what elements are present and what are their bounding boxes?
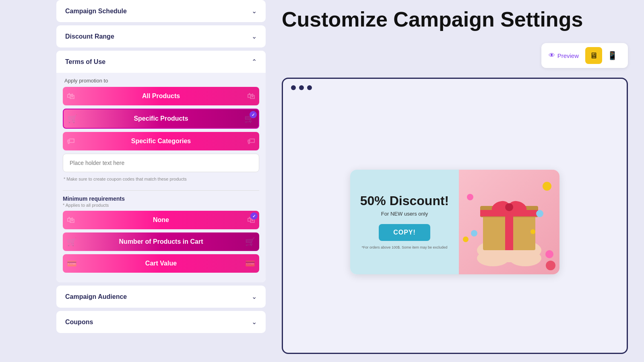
preview-label: 👁 Preview (549, 52, 579, 59)
campaign-schedule-header[interactable]: Campaign Schedule ⌄ (56, 0, 266, 22)
all-products-button[interactable]: 🛍 All Products 🛍 (63, 87, 259, 105)
campaign-schedule-accordion[interactable]: Campaign Schedule ⌄ (56, 0, 266, 22)
page-title: Customize Campaign Settings (282, 8, 628, 31)
campaign-schedule-title: Campaign Schedule (65, 8, 127, 15)
ad-discount-text: 50% Discount! (360, 193, 449, 208)
terms-of-use-content: Apply promotion to 🛍 All Products 🛍 🛒 Sp… (56, 73, 266, 282)
browser-dot-3 (307, 85, 312, 90)
all-products-icon-left: 🛍 (67, 92, 75, 101)
accent-dot (546, 261, 555, 270)
confetti-dot-7 (471, 230, 477, 237)
none-icon-left: 🛍 (67, 216, 75, 225)
confetti-dot-2 (467, 194, 473, 200)
coupons-header[interactable]: Coupons ⌄ (56, 311, 266, 333)
preview-toolbar: 👁 Preview 🖥 📱 (541, 43, 628, 68)
number-of-products-button[interactable]: 🛒 Number of Products in Cart 🛒 (63, 232, 259, 251)
min-req-label: Minimum requirements (63, 195, 259, 202)
terms-of-use-accordion: Terms of Use ⌃ Apply promotion to 🛍 All … (56, 51, 266, 282)
campaign-audience-accordion[interactable]: Campaign Audience ⌄ (56, 286, 266, 308)
campaign-audience-chevron: ⌄ (252, 293, 257, 300)
confetti-dot-5 (545, 250, 553, 258)
coupons-chevron: ⌄ (252, 318, 257, 326)
desktop-preview-button[interactable]: 🖥 (585, 47, 602, 64)
ad-subtitle: For NEW users only (381, 211, 428, 217)
copy-button[interactable]: COPY! (379, 224, 430, 241)
campaign-schedule-chevron: ⌄ (252, 7, 257, 15)
none-button[interactable]: 🛍 None 🛍 ✓ (63, 211, 259, 229)
specific-categories-icon-right: 🏷 (247, 137, 255, 146)
specific-categories-icon-left: 🏷 (67, 137, 75, 146)
campaign-audience-header[interactable]: Campaign Audience ⌄ (56, 286, 266, 308)
ad-card-left: 50% Discount! For NEW users only COPY! *… (350, 170, 459, 274)
confetti-dot-3 (536, 210, 543, 217)
specific-products-button[interactable]: 🛒 Specific Products 🛒 ✓ (63, 109, 259, 129)
product-helper-text: * Make sure to create coupon codes that … (63, 175, 259, 189)
discount-range-chevron: ⌄ (252, 33, 257, 40)
discount-range-title: Discount Range (65, 33, 114, 40)
discount-range-accordion[interactable]: Discount Range ⌄ (56, 25, 266, 47)
svg-point-8 (477, 250, 509, 266)
cart-icon-left: 🛒 (67, 237, 77, 247)
mobile-icon: 📱 (607, 51, 617, 60)
ad-card: 50% Discount! For NEW users only COPY! *… (350, 170, 559, 274)
divider-1 (63, 190, 259, 191)
cart-value-icon-right: 💳 (245, 259, 255, 268)
cart-icon-right: 🛒 (245, 237, 255, 247)
specific-categories-button[interactable]: 🏷 Specific Categories 🏷 (63, 132, 259, 150)
none-check: ✓ (250, 212, 258, 220)
confetti-dot-1 (543, 182, 551, 191)
product-search-input[interactable] (63, 154, 259, 172)
gift-box-svg (465, 170, 553, 274)
mobile-preview-button[interactable]: 📱 (604, 47, 621, 64)
terms-of-use-title: Terms of Use (65, 58, 105, 66)
right-panel: Customize Campaign Settings 👁 Preview 🖥 … (266, 0, 644, 362)
terms-of-use-header[interactable]: Terms of Use ⌃ (56, 51, 266, 73)
terms-of-use-chevron: ⌃ (252, 58, 257, 66)
specific-products-check: ✓ (250, 111, 257, 118)
svg-point-9 (509, 250, 541, 266)
cart-value-icon-left: 💳 (67, 259, 77, 268)
browser-dots (291, 85, 312, 90)
confetti-dot-4 (463, 237, 469, 242)
coupons-title: Coupons (65, 319, 93, 326)
eye-icon: 👁 (549, 52, 555, 59)
svg-point-7 (505, 203, 513, 211)
browser-window: 50% Discount! For NEW users only COPY! *… (282, 78, 628, 354)
confetti-dot-6 (530, 229, 535, 234)
specific-products-icon-left: 🛒 (68, 114, 78, 123)
desktop-icon: 🖥 (590, 51, 598, 60)
browser-dot-1 (291, 85, 296, 90)
min-req-sub: * Applies to all products (63, 203, 259, 208)
campaign-audience-title: Campaign Audience (65, 293, 127, 300)
coupons-accordion[interactable]: Coupons ⌄ (56, 311, 266, 333)
ad-fine-print: *For orders above 100$. Some item may be… (361, 245, 447, 250)
left-panel: Campaign Schedule ⌄ Discount Range ⌄ Ter… (0, 0, 266, 362)
all-products-icon-right: 🛍 (247, 92, 255, 101)
apply-promotion-label: Apply promotion to (63, 73, 259, 87)
cart-value-button[interactable]: 💳 Cart Value 💳 (63, 254, 259, 273)
ad-card-right (459, 170, 559, 274)
discount-range-header[interactable]: Discount Range ⌄ (56, 25, 266, 47)
browser-dot-2 (299, 85, 304, 90)
